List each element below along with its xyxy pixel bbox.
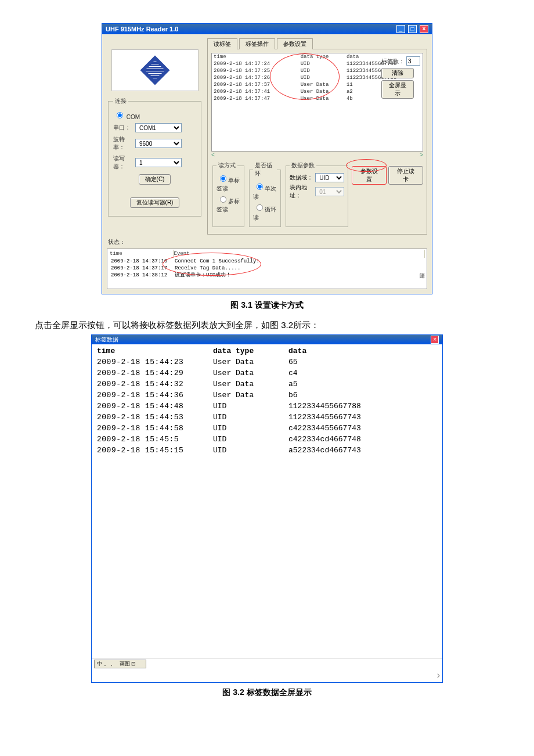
cell: a5 — [288, 379, 438, 390]
cell: c422334cd4667748 — [288, 434, 438, 445]
cell: 2009-2-18 14:37:25 — [212, 67, 299, 74]
close2-icon[interactable]: × — [431, 336, 439, 344]
datafield-select[interactable]: UID — [315, 173, 344, 182]
cell: User Data — [299, 95, 345, 102]
col2-datatype: data type — [212, 345, 288, 357]
cell: UID — [299, 60, 345, 67]
cell: 2009-2-18 14:38:12 — [109, 272, 173, 279]
connect-legend: 连接 — [113, 97, 128, 105]
cell: 2009-2-18 14:37:47 — [212, 95, 299, 102]
cell: UID — [212, 401, 288, 412]
com-radio-label: COM — [127, 114, 140, 120]
cell: 2009-2-18 15:45:5 — [96, 434, 212, 445]
cell: UID — [299, 67, 345, 74]
cell: 设置读单卡：UID成功！ — [173, 272, 425, 279]
maximize-icon[interactable]: □ — [408, 25, 417, 33]
fullscreen-grid[interactable]: time data type data 2009-2-18 15:44:23Us… — [92, 344, 442, 658]
com-radio[interactable] — [117, 112, 123, 118]
loop-radio[interactable] — [257, 204, 263, 211]
app-title: UHF 915MHz Reader 1.0 — [106, 26, 178, 33]
connect-group: 连接 COM 串口： COM1 波特率： 9600 读写器： — [108, 97, 201, 217]
ime-indicator[interactable]: 中 。，ゞ画图 ⊡ — [94, 660, 146, 668]
cell: 2009-2-18 15:44:36 — [96, 390, 212, 401]
baud-select[interactable]: 9600 — [135, 139, 182, 148]
close-icon[interactable]: × — [420, 25, 428, 33]
cell: 2009-2-18 15:44:29 — [96, 368, 212, 379]
stop-read-button[interactable]: 停止读卡 — [388, 166, 423, 185]
reset-reader-button[interactable]: 复位读写器(R) — [130, 197, 180, 208]
col2-time: time — [96, 345, 212, 357]
logo-image — [111, 49, 199, 91]
cell: c422334455667743 — [288, 423, 438, 434]
tab-params[interactable]: 参数设置 — [277, 38, 313, 49]
param-set-button[interactable]: 参数设置 — [352, 166, 387, 185]
cell: 2009-2-18 14:37:37 — [212, 81, 299, 88]
multi-tag-radio[interactable] — [220, 196, 226, 203]
baud-label: 波特率： — [113, 135, 135, 152]
event-log-grid[interactable]: time Event 2009-2-18 14:37:16Connect Com… — [107, 249, 427, 289]
cell: 2009-2-18 14:37:41 — [212, 88, 299, 95]
clear-button[interactable]: 清除 — [381, 68, 414, 78]
cell: Receive Tag Data..... — [173, 265, 425, 272]
cell: c4 — [288, 368, 438, 379]
tab-row: 读标签 标签操作 参数设置 — [207, 38, 427, 49]
cell: 1122334455667743 — [288, 412, 438, 423]
event-col-event: Event — [173, 250, 425, 258]
col2-data: data — [288, 345, 438, 357]
cell: UID — [212, 445, 288, 456]
cell: UID — [299, 74, 345, 81]
cell: UID — [212, 434, 288, 445]
cell: 1122334455667788 — [288, 401, 438, 412]
cell: User Data — [299, 88, 345, 95]
window-control-buttons: _ □ × — [395, 25, 428, 33]
reader-main-window: UHF 915MHz Reader 1.0 _ □ × 连接 COM — [102, 23, 432, 294]
body-paragraph: 点击全屏显示按钮，可以将接收标签数据列表放大到全屏，如图 3.2所示： — [35, 320, 499, 331]
reader-label: 读写器： — [113, 154, 135, 171]
cell: User Data — [212, 368, 288, 379]
scroll-right-icon[interactable]: > — [420, 152, 423, 158]
single-tag-radio[interactable] — [220, 175, 226, 182]
once-radio[interactable] — [257, 183, 263, 190]
tab-tag-ops[interactable]: 标签操作 — [239, 38, 275, 49]
cell: 2009-2-18 15:44:48 — [96, 401, 212, 412]
col-datatype: data type — [299, 53, 345, 60]
window2-footer: 中 。，ゞ画图 ⊡ — [92, 658, 442, 669]
serial-select[interactable]: COM1 — [135, 123, 182, 132]
cell: 2009-2-18 14:37:17 — [109, 265, 173, 272]
logo-diamond-icon — [140, 56, 169, 85]
window2-title: 标签数据 — [95, 336, 118, 344]
data-params-legend: 数据参数 — [290, 161, 316, 170]
cell: 2009-2-18 15:44:32 — [96, 379, 212, 390]
reader-select[interactable]: 1 — [135, 158, 182, 167]
tag-count-field[interactable] — [406, 56, 420, 66]
blockaddr-select[interactable]: 01 — [315, 187, 344, 196]
status-label: 状态： — [108, 239, 125, 245]
fullscreen-button[interactable]: 全屏显示 — [381, 80, 414, 99]
read-mode-legend: 读方式 — [217, 161, 237, 170]
read-mode-group: 读方式 单标签读 多标签读 — [212, 161, 244, 227]
confirm-button[interactable]: 确定(C) — [139, 174, 171, 185]
cell: 2009-2-18 14:37:16 — [109, 258, 173, 265]
titlebar2[interactable]: 标签数据 × — [92, 335, 442, 344]
col-time: time — [212, 53, 299, 60]
scroll-right2-icon[interactable]: › — [92, 669, 442, 682]
cell: 2009-2-18 15:44:23 — [96, 357, 212, 368]
figure-caption-3-2: 图 3.2 标签数据全屏显示 — [35, 687, 499, 698]
minimize-icon[interactable]: _ — [396, 25, 405, 33]
figure-caption-3-1: 图 3.1 设置读卡方式 — [35, 300, 499, 311]
tab-read-tags[interactable]: 读标签 — [207, 38, 237, 49]
cell: User Data — [212, 390, 288, 401]
cell: UID — [212, 412, 288, 423]
cell: User Data — [212, 379, 288, 390]
cell: Connect Com 1 Successfully! — [173, 258, 425, 265]
scroll-left-icon[interactable]: < — [211, 152, 215, 158]
blockaddr-label: 块内地址： — [290, 183, 315, 200]
cell: 2009-2-18 14:37:26 — [212, 74, 299, 81]
cell: a522334cd4667743 — [288, 445, 438, 456]
titlebar[interactable]: UHF 915MHz Reader 1.0 _ □ × — [102, 24, 432, 34]
loop-mode-group: 是否循环 单次读 循环读 — [249, 161, 281, 227]
cell: b6 — [288, 390, 438, 401]
data-params-group: 数据参数 数据域： UID 块内地址： 01 — [286, 161, 348, 227]
cell: 2009-2-18 15:44:58 — [96, 423, 212, 434]
cell: User Data — [212, 357, 288, 368]
